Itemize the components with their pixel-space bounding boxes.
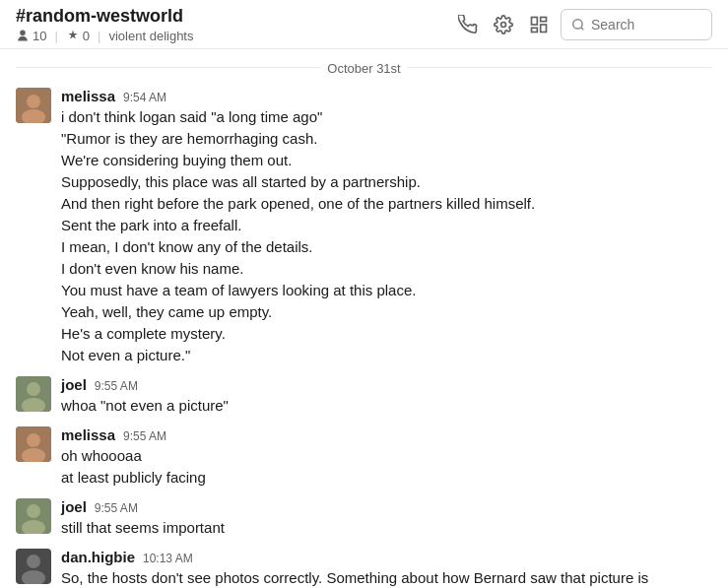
message-author: dan.higbie [61,549,135,565]
members-meta: 10 [16,29,46,43]
phone-icon [458,15,478,34]
svg-point-8 [27,95,40,108]
message-content: melissa 9:55 AM oh whoooaa at least publ… [61,426,712,489]
message-author: joel [61,498,87,515]
channel-header: #random-westworld 10 | 0 | violent delig… [0,0,728,49]
svg-rect-3 [541,25,547,33]
app-container: #random-westworld 10 | 0 | violent delig… [0,0,728,588]
message-header: dan.higbie 10:13 AM [61,549,712,565]
svg-point-5 [573,19,582,28]
message-time: 10:13 AM [143,552,193,565]
svg-rect-4 [532,28,538,32]
message-text: Sent the park into a freefall. [61,215,712,236]
message-author: joel [61,376,87,393]
message-text: i don't think logan said "a long time ag… [61,106,712,128]
pin-icon [66,29,80,42]
members-count: 10 [33,29,46,43]
message-text: still that seems important [61,517,712,539]
messages-area: October 31st melissa 9:54 AM i don't thi… [0,49,728,588]
message-content: joel 9:55 AM still that seems important [61,498,712,539]
message-group: dan.higbie 10:13 AM So, the hosts don't … [0,545,728,588]
settings-button[interactable] [490,11,517,38]
message-text: Supposedly, this place was all started b… [61,171,712,193]
message-content: melissa 9:54 AM i don't think logan said… [61,88,712,366]
message-content: dan.higbie 10:13 AM So, the hosts don't … [61,549,712,588]
message-header: joel 9:55 AM [61,498,712,515]
message-header: melissa 9:55 AM [61,426,712,443]
separator2: | [98,29,100,43]
channel-meta: 10 | 0 | violent delights [16,29,454,43]
message-text: So, the hosts don't see photos correctly… [61,567,712,588]
avatar [16,88,51,123]
message-text: I don't even know his name. [61,258,712,280]
message-text: And then right before the park opened, o… [61,193,712,215]
message-text: He's a complete mystery. [61,323,712,345]
avatar [16,498,51,534]
svg-rect-2 [541,17,547,21]
message-text: "Rumor is they are hemorrhaging cash. [61,128,712,150]
separator1: | [54,29,57,43]
message-group: joel 9:55 AM whoa "not even a picture" [0,372,728,421]
date-label: October 31st [327,61,400,76]
message-time: 9:55 AM [95,501,138,515]
message-author: melissa [61,88,115,104]
svg-point-14 [27,433,40,447]
date-separator: October 31st [0,49,728,84]
layout-icon [529,15,549,34]
svg-point-0 [501,22,506,27]
svg-rect-1 [532,17,538,25]
message-group: joel 9:55 AM still that seems important [0,494,728,543]
svg-point-20 [27,555,40,568]
avatar-image [16,376,51,412]
phone-button[interactable] [454,11,482,38]
layout-button[interactable] [525,11,553,38]
header-actions [454,9,712,40]
svg-line-6 [581,27,584,30]
message-group: melissa 9:55 AM oh whoooaa at least publ… [0,423,728,492]
message-group: melissa 9:54 AM i don't think logan said… [0,84,728,370]
message-text: We're considering buying them out. [61,150,712,171]
avatar [16,376,51,412]
message-time: 9:55 AM [123,429,166,443]
message-header: melissa 9:54 AM [61,88,712,104]
message-text: I mean, I don't know any of the details. [61,236,712,258]
message-text: You must have a team of lawyers looking … [61,280,712,301]
avatar [16,549,51,584]
pins-meta: 0 [66,29,90,43]
svg-point-11 [27,382,40,396]
gear-icon [494,15,513,34]
avatar-image [16,549,51,584]
message-text: at least publicly facing [61,467,712,489]
avatar-image [16,498,51,534]
message-text: Yeah, well, they came up empty. [61,301,712,323]
message-text: whoa "not even a picture" [61,395,712,417]
people-icon [16,29,30,42]
search-input[interactable] [591,17,701,33]
channel-description: violent delights [108,29,193,43]
svg-point-17 [27,504,40,518]
avatar-image [16,88,51,123]
message-time: 9:54 AM [123,91,166,104]
message-header: joel 9:55 AM [61,376,712,393]
search-icon [571,18,585,32]
avatar-image [16,426,51,462]
message-text: Not even a picture." [61,345,712,366]
message-author: melissa [61,426,115,443]
message-text: oh whoooaa [61,445,712,467]
message-content: joel 9:55 AM whoa "not even a picture" [61,376,712,417]
channel-title: #random-westworld [16,6,454,27]
pins-count: 0 [83,29,90,43]
search-box[interactable] [561,9,712,40]
message-time: 9:55 AM [95,379,138,393]
avatar [16,426,51,462]
